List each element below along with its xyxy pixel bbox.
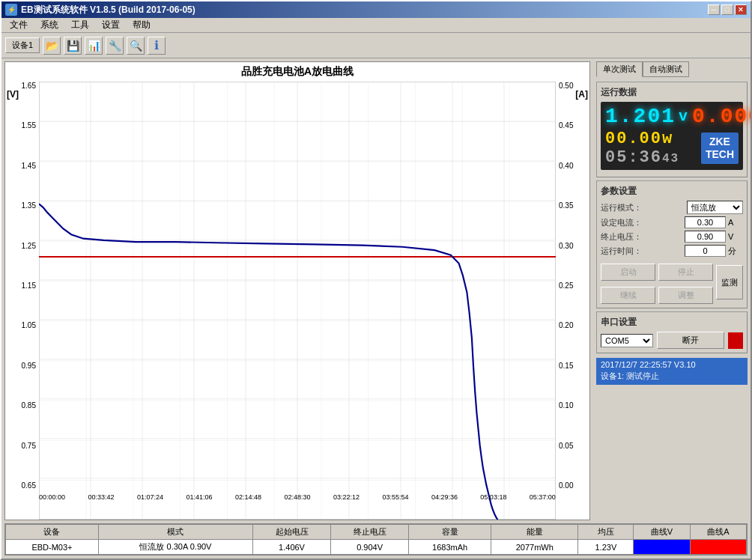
disconnect-button[interactable]: 断开 bbox=[657, 332, 724, 349]
cell-energy: 2077mWh bbox=[491, 540, 578, 555]
window-title: EB测试系统软件 V1.8.5 (Build 2017-06-05) bbox=[21, 4, 195, 16]
x-axis: 00:00:00 00:33:42 01:07:24 01:41:06 02:1… bbox=[39, 491, 556, 520]
power-display: 00.00w bbox=[605, 130, 679, 148]
connection-status-indicator bbox=[728, 332, 743, 349]
voltage-end-row: 终止电压： V bbox=[601, 231, 743, 243]
single-test-tab[interactable]: 单次测试 bbox=[596, 61, 643, 77]
x-tick-6: 03:22:12 bbox=[333, 493, 360, 501]
monitor-button[interactable]: 监测 bbox=[716, 265, 743, 299]
menu-bar: 文件 系统 工具 设置 帮助 bbox=[1, 18, 751, 33]
y-right-tick-0.40: 0.40 bbox=[559, 162, 573, 170]
menu-file[interactable]: 文件 bbox=[5, 18, 32, 32]
chart-title: 品胜充电电池A放电曲线 bbox=[5, 62, 589, 82]
y-right-tick-0.05: 0.05 bbox=[559, 442, 573, 450]
control-buttons-left: 启动 停止 继续 调整 bbox=[601, 261, 713, 304]
restore-button[interactable]: □ bbox=[721, 4, 733, 15]
y-right-tick-0.10: 0.10 bbox=[559, 401, 573, 410]
adjust-button[interactable]: 调整 bbox=[658, 287, 713, 304]
main-content: 品胜充电电池A放电曲线 [V] [A] ZKETECH bbox=[1, 58, 751, 523]
right-panel: 单次测试 自动测试 运行数据 1.201 v 0.000 A bbox=[593, 58, 751, 523]
menu-settings[interactable]: 设置 bbox=[97, 18, 124, 32]
running-data-title: 运行数据 bbox=[601, 86, 743, 99]
save-button[interactable]: 💾 bbox=[64, 37, 82, 55]
zke-logo: ZKE TECH bbox=[701, 133, 739, 164]
chart-svg bbox=[39, 82, 556, 520]
minimize-button[interactable]: ─ bbox=[708, 4, 720, 15]
mode-label: 运行模式： bbox=[601, 202, 687, 213]
chart-button[interactable]: 📊 bbox=[85, 37, 103, 55]
time-label: 运行时间： bbox=[601, 246, 685, 257]
auto-test-tab[interactable]: 自动测试 bbox=[643, 61, 689, 77]
x-tick-4: 02:14:48 bbox=[235, 493, 261, 501]
col-end-v: 终止电压 bbox=[331, 525, 409, 540]
continue-button[interactable]: 继续 bbox=[601, 287, 655, 304]
status-message: 设备1: 测试停止 bbox=[601, 371, 743, 382]
open-button[interactable]: 📂 bbox=[43, 37, 61, 55]
voltage-unit: V bbox=[728, 232, 743, 241]
y-tick-0.95: 0.95 bbox=[22, 362, 36, 370]
control-buttons: 启动 停止 继续 调整 监测 bbox=[601, 261, 743, 304]
title-bar: ⚡ EB测试系统软件 V1.8.5 (Build 2017-06-05) ─ □… bbox=[1, 1, 751, 18]
digital-display: 1.201 v 0.000 A 00.00w 05:3643 bbox=[601, 102, 743, 170]
current-input[interactable] bbox=[685, 216, 726, 228]
start-button[interactable]: 启动 bbox=[601, 264, 655, 281]
power-time-left: 00.00w 05:3643 bbox=[605, 130, 679, 167]
param-settings-section: 参数设置 运行模式： 恒流放 设定电流： A 终止电压： V bbox=[596, 180, 748, 308]
y-right-tick-0.50: 0.50 bbox=[559, 82, 573, 90]
table-row: EBD-M03+ 恒流放 0.30A 0.90V 1.406V 0.904V 1… bbox=[6, 540, 747, 555]
status-timestamp: 2017/12/7 22:25:57 V3.10 bbox=[601, 359, 743, 371]
x-tick-7: 03:55:54 bbox=[382, 493, 408, 501]
table-header-row: 设备 模式 起始电压 终止电压 容量 能量 均压 曲线V 曲线A bbox=[6, 525, 747, 540]
current-label: 设定电流： bbox=[601, 217, 685, 228]
mode-select[interactable]: 恒流放 bbox=[687, 201, 743, 214]
voltage-current-row: 1.201 v 0.000 A bbox=[605, 105, 739, 128]
time-input[interactable] bbox=[685, 245, 726, 257]
cell-mode: 恒流放 0.30A 0.90V bbox=[98, 540, 252, 555]
col-device: 设备 bbox=[6, 525, 99, 540]
y-axis-left: 1.65 1.55 1.45 1.35 1.25 1.15 1.05 0.95 … bbox=[5, 82, 38, 490]
current-display: 0.000 bbox=[692, 105, 751, 128]
app-icon: ⚡ bbox=[5, 4, 17, 16]
y-tick-0.85: 0.85 bbox=[22, 401, 36, 410]
com-select[interactable]: COM5 bbox=[601, 334, 653, 347]
device-tab[interactable]: 设备1 bbox=[5, 37, 40, 53]
menu-tools[interactable]: 工具 bbox=[67, 18, 94, 32]
com-settings-title: 串口设置 bbox=[601, 316, 743, 329]
param-settings-title: 参数设置 bbox=[601, 185, 743, 198]
y-right-tick-0.20: 0.20 bbox=[559, 321, 573, 329]
voltage-input[interactable] bbox=[685, 231, 726, 243]
col-avg-v: 均压 bbox=[578, 525, 634, 540]
col-curve-a: 曲线A bbox=[690, 525, 746, 540]
search-button[interactable]: 🔍 bbox=[127, 37, 145, 55]
running-data-section: 运行数据 1.201 v 0.000 A 00.00w bbox=[596, 82, 748, 177]
title-bar-left: ⚡ EB测试系统软件 V1.8.5 (Build 2017-06-05) bbox=[5, 4, 195, 16]
y-tick-1.55: 1.55 bbox=[22, 121, 36, 130]
y-tick-1.25: 1.25 bbox=[22, 242, 36, 250]
col-energy: 能量 bbox=[491, 525, 578, 540]
y-tick-1.45: 1.45 bbox=[22, 162, 36, 170]
x-tick-3: 01:41:06 bbox=[186, 493, 212, 501]
info-button[interactable]: ℹ bbox=[148, 37, 166, 55]
col-start-v: 起始电压 bbox=[253, 525, 331, 540]
x-tick-9: 05:03:18 bbox=[480, 493, 506, 501]
close-button[interactable]: ✕ bbox=[735, 4, 747, 15]
menu-system[interactable]: 系统 bbox=[36, 18, 63, 32]
time-display: 05:3643 bbox=[605, 148, 679, 167]
menu-help[interactable]: 帮助 bbox=[128, 18, 155, 32]
voltage-unit-display: v bbox=[679, 108, 689, 125]
settings-button[interactable]: 🔧 bbox=[106, 37, 124, 55]
com-settings-section: 串口设置 COM5 断开 bbox=[596, 311, 748, 353]
cell-start-v: 1.406V bbox=[253, 540, 331, 555]
y-tick-0.75: 0.75 bbox=[22, 442, 36, 450]
stop-button[interactable]: 停止 bbox=[658, 264, 713, 281]
x-tick-10: 05:37:00 bbox=[530, 493, 556, 501]
y-right-tick-0.30: 0.30 bbox=[559, 242, 573, 250]
continue-adjust-row: 继续 调整 bbox=[601, 287, 713, 304]
cell-curve-v bbox=[634, 540, 690, 555]
toolbar: 设备1 📂 💾 📊 🔧 🔍 ℹ bbox=[1, 33, 751, 58]
cell-capacity: 1683mAh bbox=[409, 540, 491, 555]
cell-device: EBD-M03+ bbox=[6, 540, 99, 555]
y-right-tick-0.25: 0.25 bbox=[559, 281, 573, 290]
cell-curve-a bbox=[690, 540, 746, 555]
y-tick-0.65: 0.65 bbox=[22, 481, 36, 490]
